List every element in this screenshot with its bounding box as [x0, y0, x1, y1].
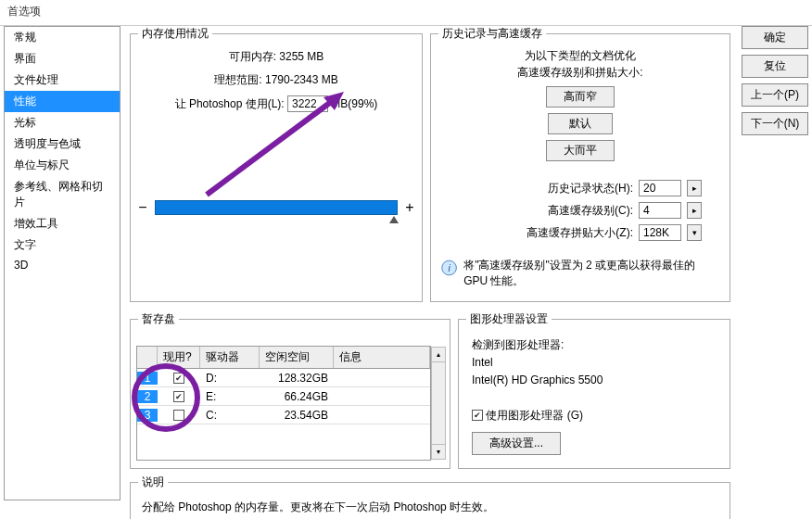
- available-memory-value: 3255 MB: [279, 50, 324, 63]
- available-memory-label: 可用内存:: [229, 49, 276, 65]
- sidebar-item-1[interactable]: 界面: [5, 48, 120, 70]
- history-fieldset: 历史记录与高速缓存 为以下类型的文档优化 高速缓存级别和拼贴大小: 高而窄 默认…: [430, 26, 730, 302]
- default-button[interactable]: 默认: [548, 113, 613, 134]
- row-drive: E:: [200, 390, 260, 403]
- col-num: [137, 347, 158, 368]
- row-active-checkbox[interactable]: [173, 373, 184, 384]
- row-num: 2: [137, 390, 158, 403]
- gpu-model: Intel(R) HD Graphics 5500: [472, 372, 717, 389]
- sidebar-item-3[interactable]: 性能: [5, 91, 120, 112]
- row-free: 66.24GB: [260, 390, 334, 403]
- optimize-line1: 为以下类型的文档优化: [431, 47, 730, 64]
- cache-tile-select[interactable]: 128K: [639, 224, 681, 241]
- memory-plus-button[interactable]: +: [403, 199, 416, 216]
- cache-levels-label: 高速缓存级别(C):: [548, 203, 633, 219]
- big-flat-button[interactable]: 大而平: [546, 140, 615, 161]
- sidebar-item-10[interactable]: 3D: [5, 256, 120, 274]
- table-row[interactable]: 3C:23.54GB: [137, 406, 430, 424]
- description-text: 分配给 Photoshop 的内存量。更改将在下一次启动 Photoshop 时…: [131, 490, 730, 519]
- gpu-detected-label: 检测到图形处理器:: [472, 336, 717, 354]
- sidebar-item-6[interactable]: 单位与标尺: [5, 155, 120, 176]
- cache-levels-input[interactable]: 4: [639, 202, 681, 219]
- let-ps-use-label: 让 Photoshop 使用(L):: [175, 96, 285, 112]
- category-sidebar: 常规界面文件处理性能光标透明度与色域单位与标尺参考线、网格和切片增效工具文字3D: [4, 26, 121, 500]
- ideal-range-value: 1790-2343 MB: [265, 73, 338, 86]
- gpu-fieldset: 图形处理器设置 检测到图形处理器: Intel Intel(R) HD Grap…: [458, 311, 730, 469]
- memory-minus-button[interactable]: −: [136, 199, 149, 216]
- history-states-label: 历史记录状态(H):: [548, 181, 633, 196]
- memory-suffix: MB(99%): [331, 97, 377, 110]
- sidebar-item-8[interactable]: 增效工具: [5, 213, 120, 234]
- cache-tile-dropdown-icon[interactable]: ▾: [687, 224, 702, 241]
- memory-input[interactable]: 3222: [287, 95, 328, 112]
- optimize-line2: 高速缓存级别和拼贴大小:: [431, 64, 730, 81]
- cache-levels-stepper[interactable]: ▸: [687, 202, 702, 219]
- memory-fieldset: 内存使用情况 可用内存: 3255 MB 理想范围: 1790-2343 MB …: [130, 26, 423, 302]
- row-active-cell: [158, 372, 200, 385]
- prev-button[interactable]: 上一个(P): [742, 83, 808, 107]
- row-active-cell: [158, 390, 200, 403]
- scroll-up-icon[interactable]: ▴: [432, 348, 445, 362]
- sidebar-item-7[interactable]: 参考线、网格和切片: [5, 176, 120, 213]
- scratch-legend: 暂存盘: [138, 311, 179, 327]
- description-legend: 说明: [138, 475, 168, 490]
- row-free: 23.54GB: [260, 409, 334, 422]
- reset-button[interactable]: 复位: [742, 55, 808, 78]
- description-fieldset: 说明 分配给 Photoshop 的内存量。更改将在下一次启动 Photosho…: [130, 475, 730, 519]
- sidebar-item-0[interactable]: 常规: [5, 27, 120, 48]
- cache-tile-label: 高速缓存拼贴大小(Z):: [527, 225, 633, 241]
- next-button[interactable]: 下一个(N): [742, 112, 808, 135]
- memory-slider[interactable]: [155, 200, 398, 215]
- sidebar-item-9[interactable]: 文字: [5, 234, 120, 256]
- col-free: 空闲空间: [260, 347, 334, 368]
- svg-line-0: [207, 99, 335, 195]
- history-states-stepper[interactable]: ▸: [687, 180, 702, 196]
- ok-button[interactable]: 确定: [742, 26, 808, 49]
- scroll-down-icon[interactable]: ▾: [432, 444, 445, 459]
- row-num: 1: [137, 372, 158, 385]
- gpu-legend: 图形处理器设置: [466, 311, 552, 327]
- table-row[interactable]: 1D:128.32GB: [137, 369, 430, 387]
- row-active-cell: [158, 409, 200, 422]
- memory-legend: 内存使用情况: [138, 26, 212, 42]
- ideal-range-label: 理想范围:: [214, 72, 261, 88]
- tall-thin-button[interactable]: 高而窄: [546, 86, 615, 108]
- history-states-input[interactable]: 20: [639, 180, 681, 196]
- window-title: 首选项: [0, 0, 812, 23]
- sidebar-item-5[interactable]: 透明度与色域: [5, 133, 120, 155]
- cache-info-text: 将"高速缓存级别"设置为 2 或更高以获得最佳的 GPU 性能。: [463, 258, 720, 289]
- table-row[interactable]: 2E:66.24GB: [137, 387, 430, 406]
- row-free: 128.32GB: [260, 372, 334, 385]
- sidebar-item-2[interactable]: 文件处理: [5, 70, 120, 91]
- scratch-fieldset: 暂存盘 现用? 驱动器 空闲空间 信息 1D:128.32GB2E:66.24G…: [130, 311, 450, 469]
- scratch-scrollbar[interactable]: ▴ ▾: [431, 347, 446, 460]
- gpu-advanced-button[interactable]: 高级设置...: [472, 432, 561, 455]
- gpu-vendor: Intel: [472, 354, 717, 372]
- row-num: 3: [137, 409, 158, 422]
- scratch-table-header: 现用? 驱动器 空闲空间 信息: [137, 347, 430, 369]
- slider-thumb-icon[interactable]: [389, 216, 399, 223]
- row-drive: D:: [200, 372, 260, 385]
- row-active-checkbox[interactable]: [173, 410, 184, 421]
- row-active-checkbox[interactable]: [173, 391, 184, 402]
- col-info: 信息: [334, 347, 430, 368]
- history-legend: 历史记录与高速缓存: [438, 26, 546, 42]
- sidebar-item-4[interactable]: 光标: [5, 112, 120, 133]
- col-drive: 驱动器: [200, 347, 260, 368]
- dialog-buttons: 确定 复位 上一个(P) 下一个(N): [742, 26, 812, 141]
- row-drive: C:: [200, 409, 260, 422]
- use-gpu-label: 使用图形处理器 (G): [486, 409, 583, 422]
- col-active: 现用?: [158, 347, 200, 368]
- info-icon: i: [440, 258, 458, 278]
- use-gpu-checkbox[interactable]: [472, 410, 483, 421]
